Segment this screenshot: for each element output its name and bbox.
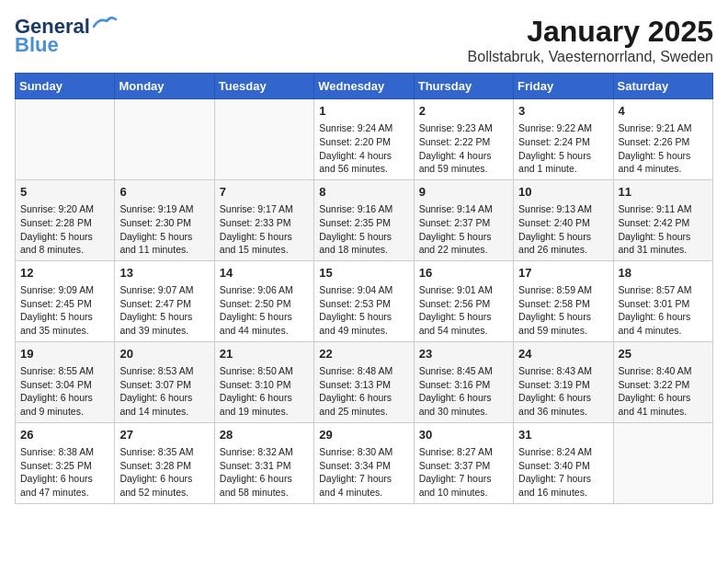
table-row <box>214 99 313 180</box>
day-number: 11 <box>619 184 708 201</box>
calendar-table: Sunday Monday Tuesday Wednesday Thursday… <box>15 73 713 504</box>
table-row: 28Sunrise: 8:32 AM Sunset: 3:31 PM Dayli… <box>214 422 313 503</box>
page-container: General Blue January 2025 Bollstabruk, V… <box>0 0 728 511</box>
table-row: 2Sunrise: 9:23 AM Sunset: 2:22 PM Daylig… <box>414 99 513 180</box>
day-info: Sunrise: 9:16 AM Sunset: 2:35 PM Dayligh… <box>319 203 392 255</box>
table-row: 24Sunrise: 8:43 AM Sunset: 3:19 PM Dayli… <box>514 341 613 422</box>
day-number: 3 <box>518 103 608 120</box>
day-info: Sunrise: 8:30 AM Sunset: 3:34 PM Dayligh… <box>319 446 392 498</box>
page-header: General Blue January 2025 Bollstabruk, V… <box>15 15 713 65</box>
calendar-week-row: 5Sunrise: 9:20 AM Sunset: 2:28 PM Daylig… <box>16 179 713 260</box>
day-info: Sunrise: 8:35 AM Sunset: 3:28 PM Dayligh… <box>119 446 193 498</box>
day-number: 23 <box>419 346 508 362</box>
table-row: 6Sunrise: 9:19 AM Sunset: 2:30 PM Daylig… <box>115 179 214 260</box>
day-number: 27 <box>119 427 209 443</box>
col-monday: Monday <box>115 74 214 99</box>
col-tuesday: Tuesday <box>214 74 313 99</box>
day-number: 30 <box>419 427 508 443</box>
table-row: 5Sunrise: 9:20 AM Sunset: 2:28 PM Daylig… <box>16 179 115 260</box>
day-info: Sunrise: 9:11 AM Sunset: 2:42 PM Dayligh… <box>619 203 692 255</box>
day-info: Sunrise: 8:38 AM Sunset: 3:25 PM Dayligh… <box>20 446 94 498</box>
logo: General Blue <box>15 15 118 57</box>
table-row: 21Sunrise: 8:50 AM Sunset: 3:10 PM Dayli… <box>214 341 313 422</box>
day-info: Sunrise: 9:23 AM Sunset: 2:22 PM Dayligh… <box>419 122 493 174</box>
table-row: 31Sunrise: 8:24 AM Sunset: 3:40 PM Dayli… <box>514 422 613 503</box>
day-number: 15 <box>319 265 408 282</box>
col-wednesday: Wednesday <box>314 74 414 99</box>
logo-blue: Blue <box>15 33 59 57</box>
day-number: 7 <box>220 184 309 201</box>
day-info: Sunrise: 9:06 AM Sunset: 2:50 PM Dayligh… <box>220 284 293 336</box>
table-row: 29Sunrise: 8:30 AM Sunset: 3:34 PM Dayli… <box>314 422 414 503</box>
day-info: Sunrise: 8:48 AM Sunset: 3:13 PM Dayligh… <box>319 365 392 417</box>
day-info: Sunrise: 9:22 AM Sunset: 2:24 PM Dayligh… <box>518 122 592 174</box>
day-info: Sunrise: 9:14 AM Sunset: 2:37 PM Dayligh… <box>419 203 493 255</box>
day-info: Sunrise: 9:21 AM Sunset: 2:26 PM Dayligh… <box>619 122 692 174</box>
day-number: 5 <box>20 184 109 201</box>
day-number: 24 <box>518 346 608 362</box>
table-row: 20Sunrise: 8:53 AM Sunset: 3:07 PM Dayli… <box>115 341 214 422</box>
table-row: 14Sunrise: 9:06 AM Sunset: 2:50 PM Dayli… <box>214 260 313 341</box>
day-info: Sunrise: 9:17 AM Sunset: 2:33 PM Dayligh… <box>220 203 293 255</box>
table-row: 23Sunrise: 8:45 AM Sunset: 3:16 PM Dayli… <box>414 341 513 422</box>
day-number: 18 <box>619 265 708 282</box>
table-row: 30Sunrise: 8:27 AM Sunset: 3:37 PM Dayli… <box>414 422 513 503</box>
day-number: 29 <box>319 427 408 443</box>
day-info: Sunrise: 8:40 AM Sunset: 3:22 PM Dayligh… <box>619 365 692 417</box>
day-number: 6 <box>119 184 209 201</box>
day-number: 2 <box>419 103 508 120</box>
day-number: 14 <box>220 265 309 282</box>
day-number: 19 <box>20 346 109 362</box>
calendar-week-row: 1Sunrise: 9:24 AM Sunset: 2:20 PM Daylig… <box>16 99 713 180</box>
day-info: Sunrise: 8:57 AM Sunset: 3:01 PM Dayligh… <box>619 284 692 336</box>
table-row: 27Sunrise: 8:35 AM Sunset: 3:28 PM Dayli… <box>115 422 214 503</box>
day-info: Sunrise: 9:13 AM Sunset: 2:40 PM Dayligh… <box>518 203 592 255</box>
col-friday: Friday <box>514 74 613 99</box>
day-info: Sunrise: 8:50 AM Sunset: 3:10 PM Dayligh… <box>220 365 293 417</box>
col-thursday: Thursday <box>414 74 513 99</box>
day-number: 28 <box>220 427 309 443</box>
table-row: 4Sunrise: 9:21 AM Sunset: 2:26 PM Daylig… <box>613 99 712 180</box>
table-row: 16Sunrise: 9:01 AM Sunset: 2:56 PM Dayli… <box>414 260 513 341</box>
col-sunday: Sunday <box>16 74 115 99</box>
day-info: Sunrise: 9:01 AM Sunset: 2:56 PM Dayligh… <box>419 284 493 336</box>
table-row <box>16 99 115 180</box>
day-info: Sunrise: 8:27 AM Sunset: 3:37 PM Dayligh… <box>419 446 493 498</box>
calendar-header-row: Sunday Monday Tuesday Wednesday Thursday… <box>16 74 713 99</box>
day-info: Sunrise: 8:59 AM Sunset: 2:58 PM Dayligh… <box>518 284 592 336</box>
day-number: 10 <box>518 184 608 201</box>
day-number: 20 <box>119 346 209 362</box>
day-info: Sunrise: 8:45 AM Sunset: 3:16 PM Dayligh… <box>419 365 493 417</box>
col-saturday: Saturday <box>613 74 712 99</box>
day-number: 9 <box>419 184 508 201</box>
day-info: Sunrise: 8:53 AM Sunset: 3:07 PM Dayligh… <box>119 365 193 417</box>
day-info: Sunrise: 8:55 AM Sunset: 3:04 PM Dayligh… <box>20 365 94 417</box>
table-row: 22Sunrise: 8:48 AM Sunset: 3:13 PM Dayli… <box>314 341 414 422</box>
day-number: 31 <box>518 427 608 443</box>
table-row: 11Sunrise: 9:11 AM Sunset: 2:42 PM Dayli… <box>613 179 712 260</box>
day-info: Sunrise: 8:24 AM Sunset: 3:40 PM Dayligh… <box>518 446 592 498</box>
table-row: 1Sunrise: 9:24 AM Sunset: 2:20 PM Daylig… <box>314 99 414 180</box>
calendar-title: January 2025 <box>468 15 713 49</box>
day-info: Sunrise: 9:04 AM Sunset: 2:53 PM Dayligh… <box>319 284 392 336</box>
table-row: 10Sunrise: 9:13 AM Sunset: 2:40 PM Dayli… <box>514 179 613 260</box>
day-info: Sunrise: 8:32 AM Sunset: 3:31 PM Dayligh… <box>220 446 293 498</box>
calendar-week-row: 26Sunrise: 8:38 AM Sunset: 3:25 PM Dayli… <box>16 422 713 503</box>
day-number: 4 <box>619 103 708 120</box>
table-row: 17Sunrise: 8:59 AM Sunset: 2:58 PM Dayli… <box>514 260 613 341</box>
day-number: 26 <box>20 427 109 443</box>
title-block: January 2025 Bollstabruk, Vaesternorrlan… <box>468 15 713 65</box>
day-info: Sunrise: 8:43 AM Sunset: 3:19 PM Dayligh… <box>518 365 592 417</box>
table-row: 7Sunrise: 9:17 AM Sunset: 2:33 PM Daylig… <box>214 179 313 260</box>
table-row <box>613 422 712 503</box>
day-number: 1 <box>319 103 408 120</box>
table-row: 15Sunrise: 9:04 AM Sunset: 2:53 PM Dayli… <box>314 260 414 341</box>
table-row: 8Sunrise: 9:16 AM Sunset: 2:35 PM Daylig… <box>314 179 414 260</box>
day-info: Sunrise: 9:07 AM Sunset: 2:47 PM Dayligh… <box>119 284 193 336</box>
day-number: 8 <box>319 184 408 201</box>
table-row: 18Sunrise: 8:57 AM Sunset: 3:01 PM Dayli… <box>613 260 712 341</box>
day-number: 25 <box>619 346 708 362</box>
day-number: 12 <box>20 265 109 282</box>
day-info: Sunrise: 9:19 AM Sunset: 2:30 PM Dayligh… <box>119 203 193 255</box>
day-info: Sunrise: 9:24 AM Sunset: 2:20 PM Dayligh… <box>319 122 392 174</box>
